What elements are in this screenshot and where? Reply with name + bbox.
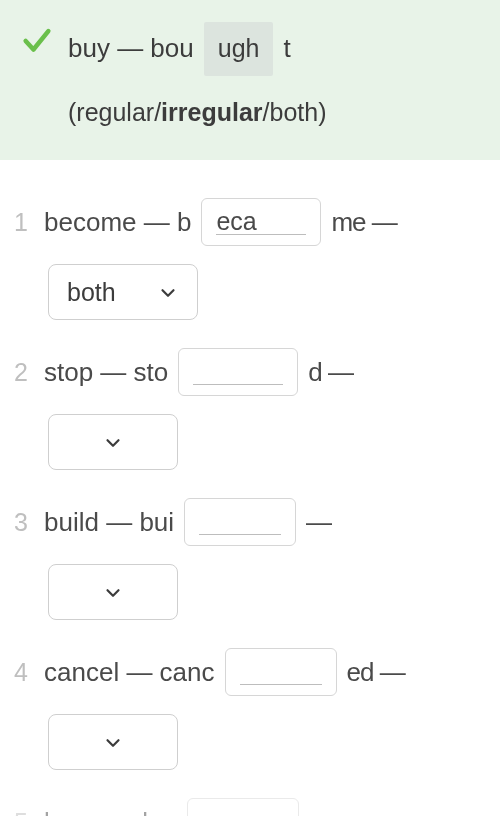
- question-line: 5 learn — lea —: [14, 798, 486, 816]
- type-dropdown[interactable]: both: [48, 264, 198, 320]
- question-prefix: become — b: [44, 207, 191, 238]
- question-row: 3 build — bui —: [14, 498, 486, 620]
- blank-input[interactable]: [225, 648, 337, 696]
- question-number: 2: [14, 358, 34, 387]
- blank-input[interactable]: [178, 348, 298, 396]
- example-suffix: t: [283, 28, 290, 70]
- blank-input[interactable]: [187, 798, 299, 816]
- chevron-down-icon: [102, 731, 124, 753]
- example-content: buy — bou ugh t (regular/irregular/both): [68, 22, 326, 132]
- dropdown-value: both: [67, 278, 116, 307]
- example-hint: (regular/irregular/both): [68, 92, 326, 132]
- question-line: 4 cancel — canc ed —: [14, 648, 486, 696]
- question-line: 2 stop — sto d —: [14, 348, 486, 396]
- type-dropdown[interactable]: [48, 564, 178, 620]
- question-number: 4: [14, 658, 34, 687]
- hint-bold: irregular: [161, 98, 262, 126]
- question-line: 1 become — b eca me —: [14, 198, 486, 246]
- example-line1: buy — bou ugh t: [68, 22, 326, 76]
- blank-input[interactable]: [184, 498, 296, 546]
- question-suffix: —: [309, 807, 334, 817]
- example-prefix: buy — bou: [68, 28, 194, 70]
- blank-value: eca: [216, 207, 256, 235]
- question-line: 3 build — bui —: [14, 498, 486, 546]
- type-dropdown[interactable]: [48, 414, 178, 470]
- chevron-down-icon: [157, 281, 179, 303]
- blank-input[interactable]: eca: [201, 198, 321, 246]
- question-number: 1: [14, 208, 34, 237]
- check-icon: [20, 24, 54, 58]
- example-box: buy — bou ugh t (regular/irregular/both): [0, 0, 500, 160]
- questions-list: 1 become — b eca me — both 2 stop — sto …: [0, 160, 500, 816]
- hint-close: /both): [263, 98, 327, 126]
- chevron-down-icon: [102, 581, 124, 603]
- type-dropdown[interactable]: [48, 714, 178, 770]
- question-row: 5 learn — lea —: [14, 798, 486, 816]
- question-row: 4 cancel — canc ed —: [14, 648, 486, 770]
- question-suffix: ed —: [347, 657, 405, 688]
- example-chip: ugh: [204, 22, 274, 76]
- question-prefix: learn — lea: [44, 807, 177, 817]
- question-row: 1 become — b eca me — both: [14, 198, 486, 320]
- question-number: 3: [14, 508, 34, 537]
- question-prefix: build — bui: [44, 507, 174, 538]
- question-prefix: cancel — canc: [44, 657, 215, 688]
- hint-open: (regular/: [68, 98, 161, 126]
- question-suffix: d —: [308, 357, 353, 388]
- question-suffix: —: [306, 507, 331, 538]
- chevron-down-icon: [102, 431, 124, 453]
- question-row: 2 stop — sto d —: [14, 348, 486, 470]
- question-prefix: stop — sto: [44, 357, 168, 388]
- question-suffix: me —: [331, 207, 396, 238]
- question-number: 5: [14, 808, 34, 817]
